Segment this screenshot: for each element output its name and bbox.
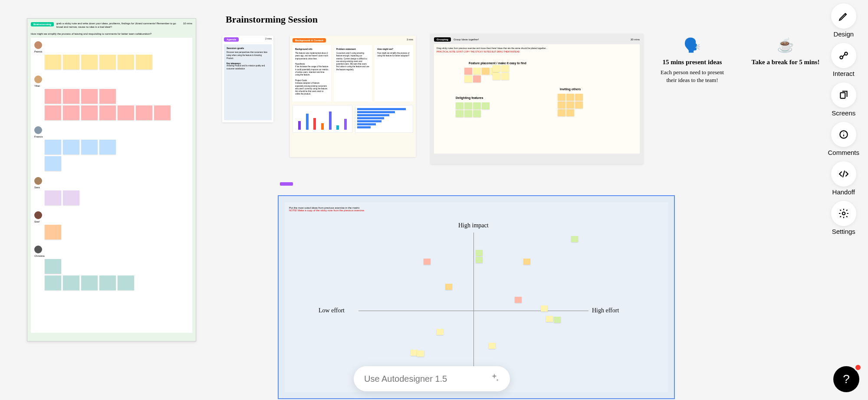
sticky-note[interactable]: [136, 105, 152, 120]
background-frame[interactable]: Background & Context 3 mins Background i…: [290, 36, 416, 157]
help-button[interactable]: ?: [833, 366, 859, 392]
matrix-sticky[interactable]: [476, 250, 483, 256]
matrix-sticky[interactable]: [571, 236, 578, 242]
chart-bar: [357, 126, 371, 128]
canvas[interactable]: Brainstorming Session Brainstorming grab…: [0, 0, 868, 400]
sparkle-icon[interactable]: [489, 373, 500, 385]
sticky-note[interactable]: [45, 259, 61, 274]
sticky-note[interactable]: [63, 190, 79, 205]
sticky-note[interactable]: [63, 140, 79, 154]
code-icon: [838, 168, 849, 180]
matrix-sticky[interactable]: [424, 259, 431, 265]
matrix-sticky[interactable]: [445, 284, 452, 290]
comments-tool[interactable]: Comments: [828, 122, 859, 156]
sticky-note[interactable]: [118, 275, 134, 290]
column-heading: How might we?: [377, 48, 411, 51]
coffee-icon: ☕: [749, 36, 822, 55]
matrix-sticky[interactable]: [437, 329, 444, 335]
sticky-note[interactable]: [99, 89, 116, 104]
speaking-icon: 🗣️: [658, 36, 727, 55]
matrix-sticky[interactable]: [476, 257, 483, 263]
sticky-note[interactable]: [118, 55, 134, 69]
sticky-note[interactable]: [63, 55, 79, 69]
person-name: Yifan: [34, 85, 189, 87]
matrix-sticky[interactable]: [515, 297, 522, 303]
column-body: The feature was implemented about 2 year…: [295, 52, 329, 96]
chart-bar: [329, 111, 332, 130]
sticky-note[interactable]: [63, 89, 79, 104]
comments-icon: [838, 129, 849, 140]
sticky-note[interactable]: [99, 105, 116, 120]
sticky-note[interactable]: [45, 225, 61, 239]
sticky-note[interactable]: [45, 105, 61, 120]
handoff-tool[interactable]: Handoff: [831, 161, 856, 196]
avatar: [34, 177, 42, 185]
sticky-note[interactable]: [99, 55, 116, 69]
tool-label: Interact: [833, 70, 855, 77]
sticky-note[interactable]: [45, 89, 61, 104]
person-name: Christina: [34, 255, 189, 257]
matrix-sticky[interactable]: [554, 317, 561, 323]
chart-bar: [357, 114, 389, 116]
sticky-note[interactable]: [136, 55, 152, 69]
settings-tool[interactable]: Settings: [831, 201, 856, 235]
tag-grouping: Grouping: [434, 37, 451, 42]
sticky-note[interactable]: [99, 275, 116, 290]
person-row: Szef: [34, 211, 189, 239]
brainstorming-frame[interactable]: Brainstorming grab a sticky note and wri…: [27, 18, 196, 341]
column-body: How might we simplify the process of usi…: [377, 52, 411, 58]
matrix-sticky[interactable]: [489, 343, 496, 349]
autodesigner-bar[interactable]: [354, 366, 510, 391]
agenda-frame[interactable]: Agenda 2 mins Session goals Discover new…: [222, 36, 273, 122]
sticky-note[interactable]: [81, 55, 98, 69]
sticky-note[interactable]: [81, 89, 98, 104]
matrix-warning: NOTE! Make a copy of the sticky note fro…: [289, 209, 664, 212]
sticky-cluster[interactable]: [456, 102, 495, 117]
matrix-sticky[interactable]: [523, 259, 530, 265]
sticky-note[interactable]: [63, 105, 79, 120]
chart-thumbnail[interactable]: [293, 105, 352, 133]
matrix-sticky[interactable]: [411, 350, 418, 356]
avatar: [34, 126, 42, 134]
sticky-area[interactable]: PatrickYifanFrancisSaraSzefChristina: [31, 38, 192, 333]
sticky-note[interactable]: [81, 140, 98, 154]
person-row: Yifan: [34, 75, 189, 120]
hmw-question: How might we simplify the process of lea…: [31, 33, 192, 35]
sticky-note[interactable]: [45, 156, 61, 171]
person-name: Szef: [34, 220, 189, 223]
chart-bar: [298, 121, 301, 130]
design-tool[interactable]: Design: [831, 3, 856, 38]
chart-thumbnail[interactable]: [355, 105, 413, 133]
session-title: Brainstorming Session: [226, 14, 318, 25]
avatar: [34, 75, 42, 83]
person-name: Patrick: [34, 50, 189, 53]
sticky-note[interactable]: [154, 105, 171, 120]
matrix-sticky[interactable]: [417, 351, 424, 357]
sticky-note[interactable]: [81, 105, 98, 120]
matrix-sticky[interactable]: [546, 316, 553, 322]
interact-tool[interactable]: Interact: [831, 43, 856, 77]
sticky-note[interactable]: [45, 140, 61, 154]
matrix-sticky[interactable]: [541, 305, 548, 311]
sticky-note[interactable]: [45, 55, 61, 69]
sticky-note[interactable]: [63, 275, 79, 290]
annotation-body: Each person need to present their ideas …: [658, 69, 727, 84]
column-body: Customers aren't using amazing feature e…: [336, 52, 370, 71]
person-row: Christina: [34, 246, 189, 290]
screens-tool[interactable]: Screens: [831, 82, 856, 117]
sticky-note[interactable]: [45, 190, 61, 205]
session-goals-heading: Session goals: [227, 47, 269, 49]
autodesigner-input[interactable]: [364, 374, 489, 384]
grouping-frame[interactable]: Grouping Group Ideas together! 20 mins D…: [431, 34, 643, 164]
sticky-note[interactable]: [118, 105, 134, 120]
sticky-note[interactable]: [81, 275, 98, 290]
chart-bar: [313, 118, 316, 130]
goal-line: Discover new perspectives that customers…: [227, 51, 269, 60]
matrix-area[interactable]: Put the most voted ideas from previous e…: [285, 202, 668, 392]
grouping-area[interactable]: Drag sticky notes from previous exercise…: [434, 44, 640, 154]
sticky-cluster[interactable]: [558, 94, 588, 116]
sticky-cluster[interactable]: [493, 65, 514, 80]
sticky-note[interactable]: [45, 275, 61, 290]
sticky-note[interactable]: [99, 140, 116, 154]
person-name: Francis: [34, 135, 189, 138]
